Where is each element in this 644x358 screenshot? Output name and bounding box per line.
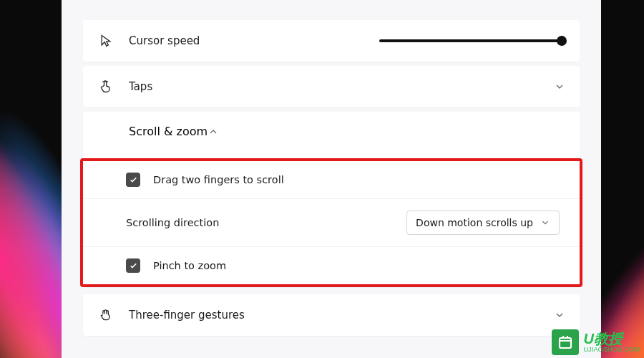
- scroll-direction-dropdown[interactable]: Down motion scrolls up: [406, 211, 560, 235]
- highlight-box: Drag two fingers to scroll Scrolling dir…: [80, 158, 582, 287]
- scroll-dir-value: Down motion scrolls up: [416, 217, 533, 228]
- settings-panel: Cursor speed Taps Scroll & zoom: [62, 0, 601, 358]
- drag-two-label: Drag two fingers to scroll: [153, 174, 560, 185]
- checkbox-pinch[interactable]: [126, 258, 140, 273]
- checkbox-drag-two[interactable]: [126, 173, 140, 187]
- cursor-speed-label: Cursor speed: [129, 34, 347, 47]
- setting-row-three-finger[interactable]: Three-finger gestures: [83, 294, 580, 336]
- tap-icon: [97, 78, 114, 95]
- setting-row-cursor-speed: Cursor speed: [83, 20, 580, 62]
- svg-rect-0: [560, 338, 571, 348]
- scroll-zoom-header[interactable]: Scroll & zoom: [83, 112, 580, 151]
- watermark-logo-icon: [552, 329, 579, 355]
- scroll-dir-label: Scrolling direction: [126, 217, 406, 228]
- three-finger-label: Three-finger gestures: [129, 309, 554, 321]
- chevron-down-icon: [540, 218, 550, 228]
- taps-label: Taps: [129, 80, 554, 93]
- three-finger-icon: [97, 306, 114, 324]
- slider-thumb[interactable]: [557, 36, 567, 46]
- option-scrolling-direction: Scrolling direction Down motion scrolls …: [83, 198, 580, 246]
- pinch-label: Pinch to zoom: [153, 260, 560, 271]
- chevron-down-icon: [554, 309, 565, 321]
- chevron-down-icon: [554, 81, 565, 92]
- option-drag-two-fingers[interactable]: Drag two fingers to scroll: [83, 161, 580, 198]
- watermark: U教授 UJIAOSHOU.COM: [552, 329, 640, 355]
- option-pinch-to-zoom[interactable]: Pinch to zoom: [83, 246, 580, 284]
- scroll-zoom-label: Scroll & zoom: [129, 125, 208, 138]
- watermark-main: U教授: [583, 331, 640, 347]
- cursor-icon: [97, 32, 114, 49]
- watermark-sub: UJIAOSHOU.COM: [583, 347, 640, 354]
- chevron-up-icon: [208, 126, 219, 137]
- cursor-speed-slider[interactable]: [379, 39, 565, 42]
- setting-row-scroll-zoom: Scroll & zoom Drag two fingers to scroll…: [83, 112, 580, 287]
- setting-row-taps[interactable]: Taps: [83, 66, 580, 107]
